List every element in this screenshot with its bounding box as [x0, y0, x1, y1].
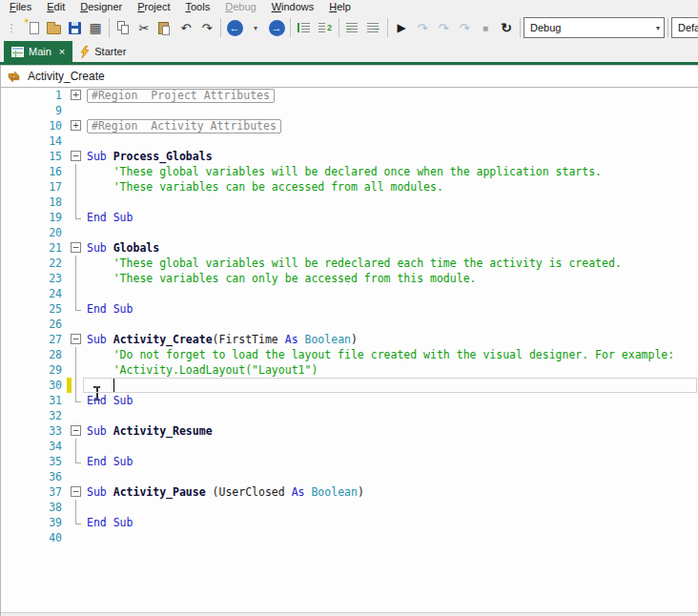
tab-close-icon[interactable]: ×: [59, 47, 65, 57]
menu-help[interactable]: Help: [321, 0, 359, 14]
code-line-16[interactable]: 16 'These global variables will be decla…: [1, 164, 698, 179]
code-line-1[interactable]: 1+#Region Project Attributes: [1, 88, 698, 103]
expand-region-icon[interactable]: +: [71, 90, 81, 100]
navigate-back-icon-arrow: ←: [230, 23, 240, 33]
code-editor[interactable]: 1+#Region Project Attributes910+#Region …: [1, 88, 698, 612]
code-line-17[interactable]: 17 'These variables can be accessed from…: [1, 179, 698, 195]
uncomment-icon[interactable]: 2: [315, 17, 336, 38]
line-number: 32: [1, 408, 66, 423]
code-text: End Sub: [87, 210, 698, 225]
menu-edit[interactable]: Edit: [39, 0, 72, 14]
new-file-icon[interactable]: ✶: [22, 17, 43, 38]
breadcrumb[interactable]: Activity_Create: [1, 65, 698, 88]
code-token: 'These global variables will be declared…: [87, 165, 602, 178]
code-line-27[interactable]: 27−Sub Activity_Create(FirstTime As Bool…: [1, 332, 698, 347]
line-number: 20: [1, 225, 66, 240]
code-line-36[interactable]: 36: [1, 469, 698, 484]
fold-margin: [66, 362, 87, 378]
fold-guide-line: [75, 179, 76, 195]
run-icon[interactable]: ▶: [391, 17, 412, 38]
navigate-forward-icon[interactable]: →: [266, 17, 287, 38]
collapse-region-icon[interactable]: −: [71, 242, 81, 253]
tab-starter[interactable]: Starter: [72, 41, 133, 62]
save-icon[interactable]: [64, 17, 85, 38]
menu-tools[interactable]: Tools: [178, 0, 218, 14]
code-line-19[interactable]: 19End Sub: [1, 210, 698, 225]
indent-icon[interactable]: →: [363, 17, 384, 38]
toolbar-grip: ⋮: [1, 17, 22, 38]
build-config-select[interactable]: Default: [671, 17, 698, 38]
resume-icon[interactable]: ↷: [412, 17, 433, 38]
code-token: Sub: [87, 333, 113, 346]
package-icon[interactable]: ▦: [85, 17, 106, 38]
menu-project[interactable]: Project: [130, 0, 177, 14]
line-number: 37: [1, 484, 66, 500]
open-project-icon[interactable]: [43, 17, 64, 38]
fold-margin: +: [66, 118, 87, 133]
menu-files[interactable]: Files: [2, 0, 39, 14]
fold-margin: −: [66, 240, 87, 256]
line-number: 31: [1, 393, 66, 408]
code-line-14[interactable]: 14: [1, 133, 698, 149]
collapse-region-icon[interactable]: −: [71, 425, 81, 436]
restart-icon[interactable]: ↻: [496, 17, 517, 38]
code-line-26[interactable]: 26: [1, 317, 698, 332]
code-line-24[interactable]: 24: [1, 286, 698, 301]
code-line-9[interactable]: 9: [1, 103, 698, 118]
code-token: Process_Globals: [113, 150, 213, 163]
paste-icon[interactable]: [154, 17, 175, 38]
line-number: 14: [1, 133, 66, 149]
code-line-30[interactable]: 30: [1, 378, 698, 393]
toolbar-separator: [339, 18, 339, 37]
code-line-37[interactable]: 37−Sub Activity_Pause (UserClosed As Boo…: [1, 484, 698, 500]
code-line-25[interactable]: 25End Sub: [1, 301, 698, 317]
code-line-34[interactable]: 34: [1, 439, 698, 454]
collapse-region-icon[interactable]: −: [71, 486, 81, 497]
expand-region-icon[interactable]: +: [71, 120, 81, 131]
navigate-back-dropdown-icon[interactable]: ▾: [245, 17, 266, 38]
debug-mode-select[interactable]: Debug ▾: [524, 17, 665, 38]
collapse-region-icon[interactable]: −: [71, 334, 81, 344]
step-over-icon[interactable]: ↷: [454, 17, 475, 38]
code-line-18[interactable]: 18: [1, 195, 698, 210]
outdent-icon[interactable]: ←: [342, 17, 363, 38]
tab-main[interactable]: Main×: [4, 41, 72, 62]
code-line-20[interactable]: 20: [1, 225, 698, 240]
code-line-22[interactable]: 22 'These global variables will be redec…: [1, 256, 698, 271]
redo-icon-glyph: ↷: [202, 21, 213, 35]
collapsed-region[interactable]: #Region Project Attributes: [87, 89, 275, 103]
code-line-40[interactable]: 40: [1, 530, 698, 545]
code-line-32[interactable]: 32: [1, 408, 698, 423]
code-line-35[interactable]: 35End Sub: [1, 454, 698, 469]
text-caret: [113, 379, 114, 392]
code-line-38[interactable]: 38: [1, 500, 698, 515]
code-line-31[interactable]: 31End Sub: [1, 393, 698, 408]
step-into-icon[interactable]: ↷: [433, 17, 454, 38]
menu-windows[interactable]: Windows: [264, 0, 322, 14]
code-text: [87, 378, 698, 393]
code-line-21[interactable]: 21−Sub Globals: [1, 240, 698, 256]
collapse-region-icon[interactable]: −: [71, 151, 81, 161]
cut-icon[interactable]: ✂: [133, 17, 154, 38]
copy-icon[interactable]: [113, 17, 133, 38]
code-line-10[interactable]: 10+#Region Activity Attributes: [1, 118, 698, 133]
toolbar-separator: [387, 18, 388, 37]
menu-designer[interactable]: Designer: [72, 0, 130, 14]
stop-icon[interactable]: ■: [475, 17, 496, 38]
code-text: [87, 103, 698, 118]
open-folder-glyph: [47, 25, 61, 34]
redo-icon[interactable]: ↷: [196, 17, 217, 38]
code-text: Sub Activity_Resume: [87, 423, 698, 439]
collapsed-region[interactable]: #Region Activity Attributes: [87, 119, 281, 133]
navigate-back-icon[interactable]: ←: [224, 17, 245, 38]
code-line-39[interactable]: 39End Sub: [1, 515, 698, 530]
comment-icon[interactable]: [294, 17, 315, 38]
code-line-33[interactable]: 33−Sub Activity_Resume: [1, 423, 698, 439]
code-line-15[interactable]: 15−Sub Process_Globals: [1, 149, 698, 164]
new-file-page-glyph: [30, 22, 39, 34]
code-line-28[interactable]: 28 'Do not forget to load the layout fil…: [1, 347, 698, 362]
undo-icon[interactable]: ↶: [175, 17, 196, 38]
code-line-23[interactable]: 23 'These variables can only be accessed…: [1, 271, 698, 286]
code-line-29[interactable]: 29 'Activity.LoadLayout("Layout1"): [1, 362, 698, 378]
code-text: End Sub: [87, 515, 698, 530]
